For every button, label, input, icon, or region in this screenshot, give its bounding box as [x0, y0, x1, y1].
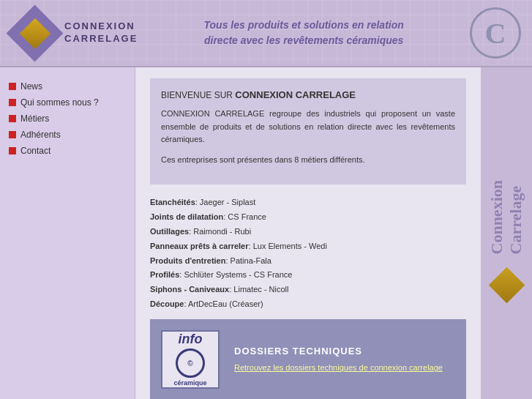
product-item-7: Découpe: ArtDecEau (Créaser) [150, 297, 466, 312]
product-value-2: : Raimondi - Rubi [189, 227, 251, 236]
logo-wrapper: Connexion Carrelage [11, 10, 138, 57]
welcome-title: BIENVENUE SUR CONNEXION CARRELAGE [161, 89, 455, 100]
product-label-5: Profilés [150, 270, 179, 279]
page-header: Connexion Carrelage Tous les produits et… [0, 0, 532, 67]
sidebar-label-qui: Qui sommes nous ? [20, 97, 99, 108]
product-value-3: : Lux Elements - Wedi [249, 242, 327, 250]
product-value-7: : ArtDecEau (Créaser) [184, 299, 263, 308]
info-logo: info © céramique [161, 330, 220, 389]
content-wrapper: BIENVENUE SUR CONNEXION CARRELAGE CONNEX… [135, 67, 532, 399]
product-label-4: Produits d'entretien [150, 256, 225, 265]
product-label-6: Siphons - Caniveaux [150, 285, 229, 294]
main-area: News Qui sommes nous ? Métiers Adhérents… [0, 67, 532, 399]
intro-text-2: Ces entreprises sont présentes dans 8 mé… [161, 155, 365, 164]
right-sidebar-text: Connexion Carrelage [487, 180, 526, 254]
product-item-0: Etanchéités: Jaeger - Siplast [150, 195, 466, 210]
welcome-prefix: BIENVENUE SUR [161, 90, 235, 100]
info-logo-text: info © céramique [173, 332, 206, 387]
right-text-line1: Connexion [487, 180, 506, 254]
info-link[interactable]: Retrouvez les dossiers techniques de con… [234, 363, 443, 372]
sidebar-item-news[interactable]: News [7, 78, 127, 94]
product-value-5: : Schlüter Systems - CS France [179, 270, 292, 279]
nav-bullet-metiers [9, 115, 16, 122]
sidebar-label-metiers: Métiers [20, 113, 49, 124]
product-item-2: Outillages: Raimondi - Rubi [150, 225, 466, 239]
product-value-0: : Jaeger - Siplast [195, 198, 256, 206]
sidebar-label-news: News [20, 81, 42, 92]
product-item-1: Joints de dilatation: CS France [150, 210, 466, 225]
sidebar-item-adherents[interactable]: Adhérents [7, 127, 127, 143]
right-gold-diamond [488, 267, 524, 303]
logo-diamond [11, 10, 59, 57]
product-value-4: : Patina-Fala [225, 256, 271, 265]
product-item-4: Produits d'entretien: Patina-Fala [150, 254, 466, 269]
welcome-brand: CONNEXION CARRELAGE [235, 89, 356, 100]
intro-text-1: CONNEXION CARRELAGE regroupe des industr… [161, 109, 455, 143]
product-label-7: Découpe [150, 299, 184, 308]
sidebar-nav: News Qui sommes nous ? Métiers Adhérents… [7, 78, 127, 159]
right-sidebar: Connexion Carrelage [481, 67, 532, 399]
info-title: DOSSIERS TECHNIQUES [234, 346, 443, 357]
info-text: DOSSIERS TECHNIQUES Retrouvez les dossie… [234, 346, 443, 373]
product-value-1: : CS France [223, 212, 266, 221]
tagline-line2: directe avec les revêtements céramiques [204, 34, 403, 46]
product-label-3: Panneaux prêts à carreler [150, 242, 249, 250]
logo-text-line2: Carrelage [64, 33, 138, 44]
welcome-section: BIENVENUE SUR CONNEXION CARRELAGE CONNEX… [150, 78, 466, 184]
product-item-5: Profilés: Schlüter Systems - CS France [150, 268, 466, 283]
sidebar-item-metiers[interactable]: Métiers [7, 111, 127, 127]
nav-bullet-adherents [9, 131, 16, 138]
product-value-6: : Limatec - Nicoll [229, 285, 288, 294]
info-box: info © céramique DOSSIERS TECHNIQUES Ret… [150, 319, 466, 399]
sidebar-item-contact[interactable]: Contact [7, 143, 127, 159]
product-item-6: Siphons - Caniveaux: Limatec - Nicoll [150, 283, 466, 297]
header-tagline: Tous les produits et solutions en relati… [138, 18, 470, 48]
product-item-3: Panneaux prêts à carreler: Lux Elements … [150, 239, 466, 254]
sidebar-label-adherents: Adhérents [20, 130, 61, 140]
welcome-body-2: Ces entreprises sont présentes dans 8 mé… [161, 154, 455, 167]
sidebar-item-qui-sommes-nous[interactable]: Qui sommes nous ? [7, 94, 127, 111]
logo-text-line1: Connexion [64, 20, 135, 31]
right-text-line2: Carrelage [506, 185, 525, 254]
welcome-body-1: CONNEXION CARRELAGE regroupe des industr… [161, 108, 455, 146]
content-area: BIENVENUE SUR CONNEXION CARRELAGE CONNEX… [135, 67, 481, 399]
sidebar-label-contact: Contact [20, 146, 50, 156]
sidebar: News Qui sommes nous ? Métiers Adhérents… [0, 67, 135, 399]
header-c-emblem: C [470, 7, 521, 59]
product-label-2: Outillages [150, 227, 189, 236]
nav-bullet-news [9, 83, 16, 90]
c-letter: C [485, 16, 506, 51]
product-label-0: Etanchéités [150, 198, 195, 206]
tagline-line1: Tous les produits et solutions en relati… [204, 19, 404, 31]
products-list: Etanchéités: Jaeger - Siplast Joints de … [150, 195, 466, 311]
product-label-1: Joints de dilatation [150, 212, 223, 221]
nav-bullet-contact [9, 147, 16, 154]
nav-bullet-qui [9, 99, 16, 106]
